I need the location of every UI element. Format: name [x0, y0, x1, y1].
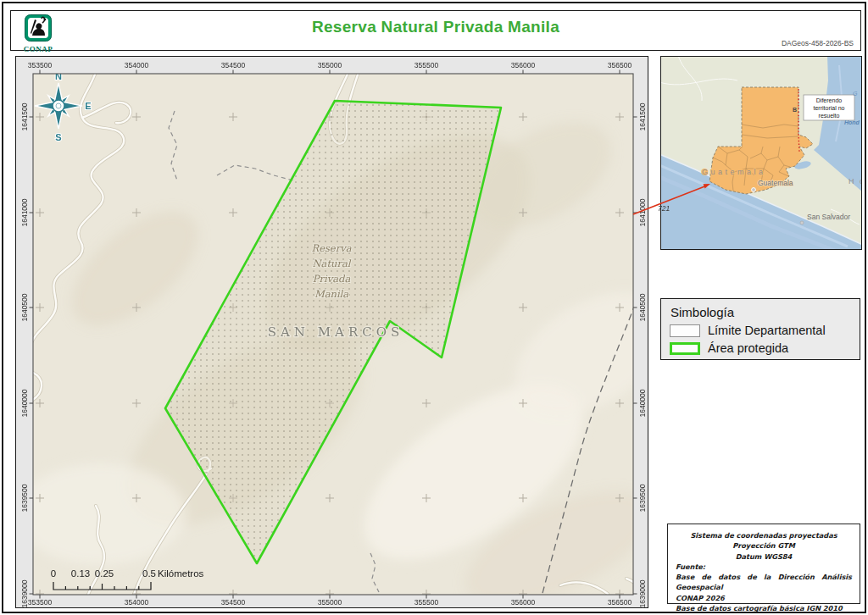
- main-map-canvas[interactable]: Reserva Natural Privada Manila SAN MARCO…: [16, 57, 648, 607]
- y-coordinate-label-left: 1639000: [20, 579, 29, 607]
- datum-line: Datum WGS84: [676, 551, 852, 562]
- y-coordinate-label-left: 1641000: [20, 198, 29, 226]
- san-salvador-label: San Salvador: [807, 213, 850, 221]
- x-coordinate-label-bottom: 356000: [511, 598, 536, 607]
- x-coordinate-label-top: 353500: [28, 61, 53, 69]
- legend-item-limite: Límite Departamental: [670, 324, 851, 337]
- protected-area-swatch: [670, 342, 700, 355]
- x-coordinate-label-bottom: 356500: [608, 598, 632, 607]
- legend-item-label: Área protegida: [708, 341, 788, 355]
- gulf-label-fragment-1: G: [853, 91, 858, 97]
- compass-south-label: S: [55, 132, 61, 142]
- y-coordinate-label-right: 1640500: [638, 293, 647, 321]
- svg-text:Natural: Natural: [313, 258, 352, 269]
- scale-unit-label: Kilómetros: [158, 568, 204, 579]
- svg-text:Reserva: Reserva: [311, 242, 351, 254]
- honduras-label-fragment: H o: [849, 177, 861, 186]
- x-coordinate-label-bottom: 355000: [318, 598, 342, 607]
- svg-text:Privada: Privada: [313, 273, 351, 285]
- territorial-note-line3: resuelto: [819, 113, 840, 119]
- y-coordinate-label-right: 1641500: [638, 102, 647, 130]
- legend-item-label: Límite Departamental: [708, 324, 826, 337]
- legend-title: Simbología: [670, 305, 851, 319]
- source-line-3: Base de datos cartografía básica IGN 201…: [676, 603, 852, 613]
- projection-line: Proyección GTM: [676, 540, 852, 551]
- legend-item-area: Área protegida: [670, 341, 851, 355]
- document-code: DAGeos-458-2026-BS: [782, 39, 854, 47]
- san-salvador-marker: [800, 221, 804, 224]
- x-coordinate-label-bottom: 355500: [415, 598, 439, 607]
- territorial-note-line2: territorial no: [814, 105, 845, 111]
- map-layout-page: CONAP Reserva Natural Privada Manila DAG…: [0, 0, 868, 615]
- page-title: Reserva Natural Privada Manila: [11, 18, 860, 36]
- department-label: SAN MARCOS: [268, 324, 404, 340]
- svg-text:Manila: Manila: [314, 288, 348, 300]
- location-inset-map[interactable]: Diferendo territorial no resuelto B Guat…: [660, 56, 862, 250]
- y-coordinate-label-left: 1640000: [20, 389, 29, 417]
- guatemala-city-label: Guatemala: [758, 179, 793, 187]
- y-coordinate-label-right: 1641000: [638, 198, 647, 226]
- scale-label-025: 0.25: [95, 568, 114, 579]
- guatemala-city-marker: [752, 188, 756, 192]
- y-coordinate-label-left: 1639500: [20, 484, 29, 512]
- x-coordinate-label-top: 356000: [511, 61, 536, 69]
- departmental-limit-swatch: [670, 324, 700, 337]
- territorial-note: Diferendo territorial no resuelto: [804, 95, 854, 120]
- y-coordinate-label-right: 1639500: [638, 484, 647, 512]
- legend: Simbología Límite Departamental Área pro…: [660, 298, 860, 360]
- x-coordinate-label-top: 356500: [608, 61, 632, 69]
- compass-east-label: E: [85, 101, 91, 111]
- gulf-label-fragment-2: Hond: [844, 119, 860, 125]
- y-coordinate-label-right: 1640000: [638, 389, 647, 417]
- x-coordinate-label-bottom: 354000: [125, 598, 149, 607]
- header: CONAP Reserva Natural Privada Manila DAG…: [10, 10, 861, 51]
- x-coordinate-label-top: 354000: [125, 61, 149, 69]
- conap-logo-text: CONAP: [17, 45, 59, 53]
- source-line-1: Base de datos de la Dirección Análisis G…: [676, 572, 852, 593]
- x-coordinate-label-top: 355500: [415, 61, 439, 69]
- x-coordinate-label-top: 355000: [318, 61, 342, 69]
- main-map-frame: Reserva Natural Privada Manila SAN MARCO…: [15, 56, 648, 608]
- y-coordinate-label-right: 1639000: [638, 579, 647, 607]
- territorial-note-line1: Diferendo: [816, 97, 842, 103]
- x-coordinate-label-bottom: 353500: [28, 598, 53, 607]
- guatemala-country-label: Guatemala: [702, 168, 766, 176]
- scale-label-05: 0.5: [142, 568, 156, 579]
- source-heading: Fuente:: [676, 562, 852, 572]
- x-coordinate-label-bottom: 354500: [221, 598, 246, 607]
- x-coordinate-label-top: 354500: [221, 61, 246, 69]
- crs-line: Sistema de coordenadas proyectadas: [676, 530, 852, 540]
- y-coordinate-label-left: 1640500: [20, 293, 29, 321]
- y-coordinate-label-left: 1641500: [20, 102, 29, 130]
- belize-label-fragment: B: [793, 107, 797, 113]
- credits: Sistema de coordenadas proyectadas Proye…: [667, 524, 860, 604]
- scale-label-013: 0.13: [71, 568, 90, 579]
- source-line-2: CONAP 2026: [676, 593, 852, 603]
- scale-label-0: 0: [51, 568, 56, 579]
